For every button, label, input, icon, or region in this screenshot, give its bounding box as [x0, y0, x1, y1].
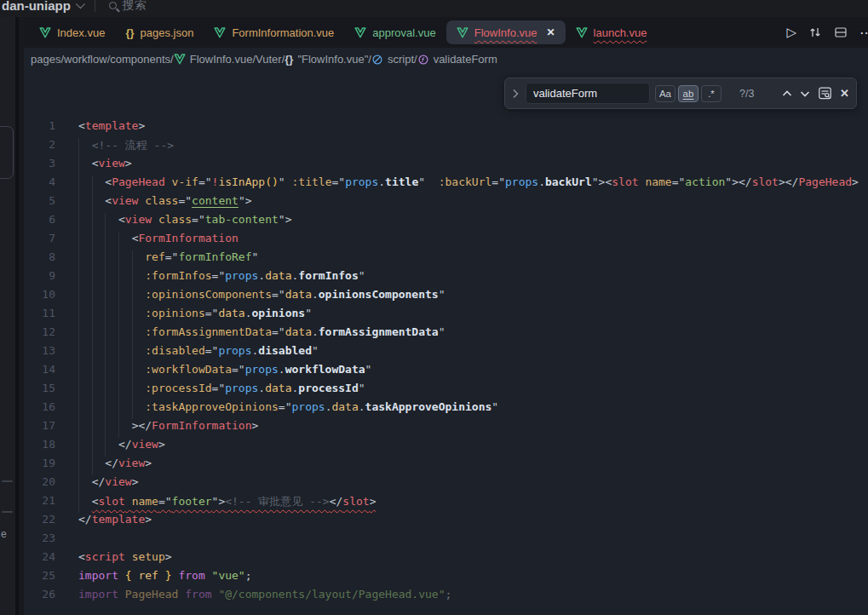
code-token: :workflowData — [145, 363, 232, 376]
explorer-mark — [2, 511, 13, 513]
toggle-replace-icon[interactable] — [509, 89, 522, 99]
indent-guide — [118, 288, 119, 307]
breadcrumb-item-vuter[interactable]: Vuter — [256, 53, 282, 66]
code-token: :formInfos — [145, 269, 211, 282]
global-search[interactable]: 搜索 — [109, 0, 147, 13]
code-token: import — [78, 569, 118, 582]
indent-guide — [92, 400, 93, 419]
find-in-selection-icon[interactable] — [818, 86, 832, 101]
code-token: . — [279, 363, 285, 376]
indent-guide — [92, 194, 93, 213]
more-actions-icon[interactable]: ⋯ — [859, 25, 868, 41]
indent-guide — [78, 344, 79, 363]
tab-index-vue[interactable]: Index.vue — [29, 20, 115, 44]
indent-guide — [105, 400, 106, 419]
tab-pages-json[interactable]: {}pages.json — [115, 20, 204, 44]
code-token: formAssignmentData — [319, 325, 439, 338]
indent-guide — [105, 213, 106, 232]
code-line-5: <view class="content"> — [78, 194, 868, 213]
line-number: 10 — [24, 288, 66, 307]
code-token — [78, 438, 118, 451]
indent-guide — [118, 307, 119, 325]
code-token: tab-content — [205, 213, 279, 226]
close-tab-icon[interactable]: ✕ — [546, 26, 555, 38]
title-bar: dan-uniapp 搜索 — [0, 0, 868, 17]
find-toggle-match-case[interactable]: Aa — [655, 85, 675, 102]
tab-label: approval.vue — [372, 26, 435, 39]
find-input[interactable] — [526, 83, 650, 104]
compare-changes-icon[interactable] — [808, 26, 822, 39]
code-token: " — [359, 269, 365, 282]
indent-guide — [105, 382, 106, 400]
breadcrumb-item-pages[interactable]: pages — [31, 53, 60, 66]
code-token: =" — [198, 175, 212, 188]
indent-guide — [92, 175, 93, 194]
breadcrumb-label: script — [388, 53, 414, 66]
code-token: < — [105, 175, 112, 188]
code-token — [425, 175, 439, 188]
close-find-icon[interactable]: ✕ — [840, 87, 849, 100]
breadcrumb-item-flowinfo-vue[interactable]: FlowInfo.vue — [174, 53, 253, 66]
indent-guide — [118, 232, 119, 250]
breadcrumb-item-validateform[interactable]: validateForm — [417, 53, 497, 66]
tab-label: launch.vue — [594, 26, 647, 39]
line-number: 4 — [24, 175, 66, 194]
code-token: view — [98, 157, 124, 170]
code-token: view — [132, 438, 158, 451]
indent-guide — [105, 288, 106, 307]
indent-guide — [78, 400, 79, 419]
indent-guide — [118, 325, 119, 344]
braces-icon: {} — [285, 53, 293, 66]
editor-toolbar: ▷ ⋯ — [786, 25, 868, 41]
line-number: 8 — [24, 250, 66, 269]
code-token: template — [92, 513, 146, 526]
code-token: </ — [330, 495, 343, 508]
code-token — [165, 175, 172, 188]
tab-approval-vue[interactable]: approval.vue — [344, 20, 445, 44]
breadcrumb-item--flowinfo-vue-[interactable]: {}"FlowInfo.vue" — [285, 53, 368, 66]
code-token: formInfos — [298, 269, 358, 282]
breadcrumb-label: validateForm — [434, 53, 497, 66]
code-token: . — [359, 400, 365, 413]
code-token: slot — [612, 175, 638, 188]
tab-launch-vue[interactable]: launch.vue — [566, 20, 658, 44]
code-token: < — [118, 213, 125, 226]
indent-guide — [118, 344, 119, 363]
code-token: props — [225, 382, 258, 394]
run-button[interactable]: ▷ — [786, 25, 796, 40]
code-token: props — [218, 344, 251, 357]
code-token: . — [245, 307, 252, 319]
code-token: from — [185, 588, 211, 601]
code-token: <!-- 审批意见 --> — [225, 495, 329, 508]
breadcrumb-item-workflow[interactable]: workflow — [64, 53, 107, 66]
project-selector[interactable]: dan-uniapp — [2, 0, 83, 13]
code-token: disabled — [258, 344, 312, 357]
code-token: </ — [78, 513, 92, 526]
tab-flowinfo-vue[interactable]: FlowInfo.vue✕ — [446, 20, 566, 44]
code-token: ref — [138, 569, 158, 582]
code-line-23 — [78, 532, 868, 550]
split-editor-icon[interactable] — [834, 26, 848, 39]
tab-forminformation-vue[interactable]: FormInformation.vue — [204, 20, 344, 44]
code-token: template — [85, 119, 139, 132]
code-line-22: </template> — [78, 513, 868, 532]
code-line-14: :workflowData="props.workflowData" — [78, 363, 868, 382]
find-toggle-regex[interactable]: .* — [701, 85, 721, 102]
code-line-18: </view> — [78, 438, 868, 457]
indent-guide — [132, 250, 133, 269]
breadcrumb: pages/workflow/components/FlowInfo.vue/V… — [24, 48, 868, 71]
code-token — [78, 307, 145, 319]
previous-match-icon[interactable] — [782, 90, 792, 97]
code-area[interactable]: 1234567891011121314151617181920212223242… — [24, 71, 868, 615]
tab-label: pages.json — [141, 26, 194, 39]
code-token: < — [78, 119, 85, 132]
breadcrumb-item-components[interactable]: components — [110, 53, 170, 66]
code-token: props — [245, 363, 279, 376]
line-number: 13 — [24, 344, 66, 363]
breadcrumb-item-script[interactable]: script — [371, 53, 414, 66]
code-token: class — [158, 213, 192, 226]
find-toggle-whole-word[interactable]: ab — [678, 85, 698, 102]
code-token: =" — [165, 250, 179, 263]
line-number: 7 — [24, 232, 66, 250]
next-match-icon[interactable] — [800, 90, 810, 97]
